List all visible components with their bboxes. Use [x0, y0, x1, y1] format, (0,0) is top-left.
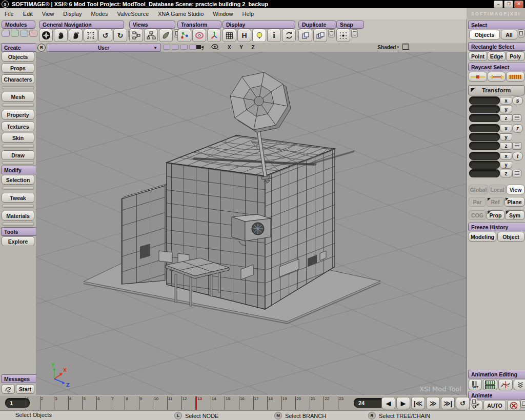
- go-to-start-button[interactable]: |≪: [411, 397, 425, 409]
- translate-y-axis-button[interactable]: y: [500, 161, 512, 169]
- timeline-frame-17[interactable]: 17: [253, 396, 268, 410]
- translate-options-button[interactable]: [512, 170, 521, 177]
- start-button[interactable]: Start: [16, 384, 34, 394]
- menu-help[interactable]: Help: [237, 11, 258, 17]
- freeze-object-button[interactable]: Object: [497, 232, 524, 242]
- timeline-frame-7[interactable]: 7: [111, 396, 125, 410]
- axes-icon[interactable]: [207, 29, 221, 42]
- timeline-frame-5[interactable]: 5: [82, 396, 96, 410]
- playback-more-button[interactable]: [471, 397, 477, 406]
- rotate-y-axis-button[interactable]: y: [500, 133, 512, 141]
- translate-z-axis-button[interactable]: z: [500, 170, 512, 177]
- menu-view[interactable]: View: [37, 11, 59, 17]
- scale-options-button[interactable]: [512, 114, 521, 122]
- timeline-frame-15[interactable]: 15: [225, 396, 239, 410]
- menu-xna-game-studio[interactable]: XNA Game Studio: [153, 11, 208, 17]
- timeline-frame-13[interactable]: 13: [195, 396, 211, 410]
- menu-display[interactable]: Display: [58, 11, 86, 17]
- rotate-z-axis-button[interactable]: z: [500, 142, 512, 150]
- timeline-frame-18[interactable]: 18: [267, 396, 281, 410]
- freeze-modeling-button[interactable]: Modeling: [469, 232, 496, 242]
- schematic-view-icon[interactable]: [129, 29, 143, 42]
- duplicate-multiple-icon[interactable]: [313, 29, 327, 42]
- duplicate-single-icon[interactable]: [298, 29, 312, 42]
- scale-x-field[interactable]: [469, 96, 500, 105]
- hierarchy-view-icon[interactable]: [144, 29, 158, 42]
- go-to-end-button[interactable]: ≫|: [441, 397, 455, 409]
- timeline-frame-1[interactable]: 1: [26, 396, 40, 410]
- rotate-mode-button[interactable]: r: [512, 124, 523, 133]
- script-editor-icon[interactable]: [2, 384, 15, 394]
- timeline-frame-19[interactable]: 19: [281, 396, 296, 410]
- pan-hand-icon[interactable]: [54, 29, 68, 42]
- auto-key-button[interactable]: AUTO: [483, 400, 506, 411]
- props-button[interactable]: Props: [2, 63, 34, 73]
- module-render-chip[interactable]: [20, 30, 28, 37]
- undo-view-icon[interactable]: ↺: [98, 29, 112, 42]
- edge-select-button[interactable]: Edge: [488, 51, 506, 61]
- cog-button[interactable]: COG: [469, 210, 486, 220]
- end-frame-field[interactable]: 24: [354, 398, 385, 408]
- viewport-canvas[interactable]: Y X Z XSI Mod Tool: [36, 52, 467, 395]
- scale-x-axis-button[interactable]: x: [500, 97, 512, 105]
- menu-window[interactable]: Window: [208, 11, 237, 17]
- selection-button[interactable]: Selection: [2, 175, 34, 185]
- annex-wall-object[interactable]: [122, 184, 168, 284]
- translate-x-axis-button[interactable]: x: [500, 152, 512, 160]
- timeline-frame-23[interactable]: 23: [338, 396, 352, 410]
- redo-view-icon[interactable]: ↻: [113, 29, 127, 42]
- viewport-b-button[interactable]: B: [37, 44, 46, 52]
- materials-button[interactable]: Materials: [2, 211, 34, 221]
- timeline-frame-16[interactable]: 16: [239, 396, 253, 410]
- translate-mode-button[interactable]: t: [512, 152, 523, 161]
- scale-y-axis-button[interactable]: y: [500, 106, 512, 113]
- mesh-button[interactable]: Mesh: [2, 92, 34, 102]
- prop-button[interactable]: Prop: [487, 210, 504, 220]
- transform-points-icon[interactable]: [177, 29, 191, 42]
- rotate-options-button[interactable]: [512, 142, 521, 150]
- transform-panel-header[interactable]: Transform: [468, 85, 524, 95]
- timeline-frame-10[interactable]: 10: [153, 396, 167, 410]
- point-select-button[interactable]: Point: [469, 51, 487, 61]
- timeline-frame-9[interactable]: 9: [139, 396, 153, 410]
- torus-icon[interactable]: [192, 29, 206, 42]
- next-frame-button[interactable]: ▶: [396, 397, 410, 409]
- rotate-x-field[interactable]: [469, 124, 500, 132]
- sym-button[interactable]: Sym: [505, 210, 524, 220]
- srt-panel-button[interactable]: SRT: [469, 379, 482, 390]
- scale-y-field[interactable]: [469, 105, 500, 113]
- translate-y-field[interactable]: [469, 161, 500, 169]
- property-button[interactable]: Property: [2, 110, 34, 119]
- memo-cam-slot[interactable]: [180, 45, 188, 50]
- timeline-frame-21[interactable]: 21: [310, 396, 324, 410]
- scale-z-axis-button[interactable]: z: [500, 114, 512, 122]
- rotate-x-axis-button[interactable]: x: [500, 125, 512, 132]
- view-type-dropdown[interactable]: User ▼: [47, 44, 160, 52]
- poly-select-button[interactable]: Poly: [506, 51, 524, 61]
- skin-button[interactable]: Skin: [2, 133, 34, 143]
- objects-button[interactable]: Objects: [2, 52, 34, 62]
- menu-edit[interactable]: Edit: [18, 11, 37, 17]
- pick-session-icon[interactable]: [159, 29, 173, 42]
- dolly-hand-icon[interactable]: [69, 29, 83, 42]
- axis-lock-buttons[interactable]: X Y Z: [228, 44, 258, 51]
- select-more-button[interactable]: [518, 29, 524, 37]
- local-mode-button[interactable]: Local: [489, 185, 506, 194]
- global-mode-button[interactable]: Global: [469, 185, 488, 194]
- timeline-frame-2[interactable]: 2: [40, 396, 54, 410]
- previous-frame-button[interactable]: ◀: [381, 397, 395, 409]
- timeline-frame-3[interactable]: 3: [54, 396, 68, 410]
- fcurve-editor-button[interactable]: [498, 379, 513, 390]
- select-all-button[interactable]: All: [501, 30, 517, 39]
- camera-icon[interactable]: [196, 44, 204, 51]
- snap-more-button[interactable]: [351, 29, 358, 37]
- raycast-poly-button[interactable]: [506, 72, 524, 82]
- timeline-frame-11[interactable]: 11: [167, 396, 181, 410]
- headlight-toggle-button[interactable]: H: [237, 29, 251, 42]
- timeline-ruler[interactable]: 1234567891011121314151617181920212223: [26, 396, 354, 410]
- refresh-icon[interactable]: [282, 29, 296, 42]
- restore-button[interactable]: ❐: [504, 1, 513, 8]
- select-objects-button[interactable]: Objects: [469, 30, 500, 39]
- scale-z-field[interactable]: [469, 114, 500, 122]
- close-button[interactable]: ✕: [514, 1, 523, 8]
